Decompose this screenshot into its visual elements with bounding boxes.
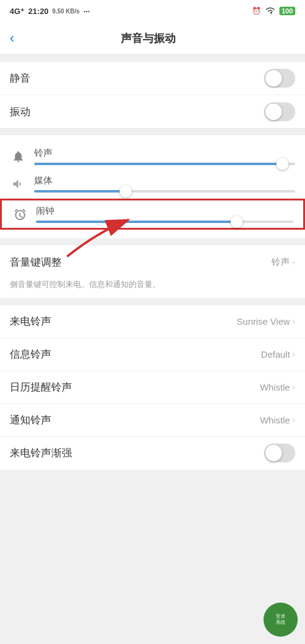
back-button[interactable]: ‹: [10, 32, 14, 45]
vibrate-toggle[interactable]: [264, 102, 295, 121]
volume-key-label: 音量键调整: [10, 255, 62, 269]
volume-section: 铃声 媒体: [0, 135, 305, 238]
calendar-chevron-icon: ›: [292, 382, 295, 392]
status-right: ⏰ 100: [252, 6, 295, 16]
calendar-ringtone-value: Whistle: [260, 382, 290, 392]
media-slider-fill: [34, 190, 126, 193]
section-gap-2: [0, 128, 305, 135]
more-dots: ···: [84, 7, 90, 16]
notification-ringtone-value-container: Whistle ›: [260, 415, 295, 425]
message-chevron-icon: ›: [292, 349, 295, 359]
watermark-text: 安卓系统: [276, 614, 285, 625]
ringtone-slider-content: 铃声: [34, 147, 295, 165]
media-slider-thumb[interactable]: [120, 185, 132, 197]
alarm-slider-track[interactable]: [36, 221, 293, 223]
page-header: ‹ 声音与振动: [0, 22, 305, 55]
notification-chevron-icon: ›: [292, 415, 295, 425]
volume-key-section: 音量键调整 铃声 › 侧音量键可控制来电、信息和通知的音量。: [0, 246, 305, 298]
media-slider-track[interactable]: [34, 190, 295, 193]
volume-key-chevron-icon: ›: [292, 257, 295, 267]
wifi-icon: [265, 6, 276, 16]
alarm-slider-fill: [36, 221, 237, 223]
ringtone-volume-row: 铃声: [0, 143, 305, 170]
ringtone-slider-fill: [34, 163, 282, 165]
message-ringtone-value: Default: [261, 349, 290, 359]
incoming-call-chevron-icon: ›: [292, 316, 295, 326]
message-ringtone-row[interactable]: 信息铃声 Default ›: [0, 338, 305, 371]
alarm-volume-highlighted: 闹钟: [0, 199, 305, 230]
mute-vibrate-section: 静音 振动: [0, 62, 305, 128]
incoming-call-ringtone-value: Sunrise View: [237, 316, 290, 327]
volume-key-description: 侧音量键可控制来电、信息和通知的音量。: [0, 278, 305, 298]
notification-ringtone-row[interactable]: 通知铃声 Whistle ›: [0, 404, 305, 437]
ringtone-settings-section: 来电铃声 Sunrise View › 信息铃声 Default › 日历提醒铃…: [0, 305, 305, 470]
incoming-call-ringtone-label: 来电铃声: [10, 314, 51, 328]
message-ringtone-value-container: Default ›: [261, 349, 295, 359]
ringtone-fadeup-row: 来电铃声渐强: [0, 437, 305, 470]
vibrate-row: 振动: [0, 95, 305, 128]
section-gap-4: [0, 298, 305, 305]
network-indicator: 4G⁺: [10, 7, 24, 16]
calendar-ringtone-row[interactable]: 日历提醒铃声 Whistle ›: [0, 371, 305, 404]
incoming-call-ringtone-value-container: Sunrise View ›: [237, 316, 295, 327]
alarm-slider-thumb[interactable]: [231, 216, 243, 228]
notification-ringtone-value: Whistle: [260, 415, 290, 425]
media-slider-content: 媒体: [34, 175, 295, 193]
status-bar: 4G⁺ 21:20 9.50 KB/s ··· ⏰ 100: [0, 0, 305, 22]
section-gap-3: [0, 238, 305, 246]
alarm-slider-label: 闹钟: [36, 205, 293, 217]
calendar-ringtone-label: 日历提醒铃声: [10, 380, 72, 394]
page-title: 声音与振动: [19, 31, 277, 46]
bell-icon: [10, 148, 27, 165]
ringtone-slider-track[interactable]: [34, 163, 295, 165]
time-display: 21:20: [28, 7, 48, 16]
mute-toggle[interactable]: [264, 69, 295, 88]
volume-key-value-text: 铃声: [271, 257, 290, 268]
incoming-call-ringtone-row[interactable]: 来电铃声 Sunrise View ›: [0, 305, 305, 338]
mute-row: 静音: [0, 62, 305, 95]
ringtone-slider-label: 铃声: [34, 147, 295, 159]
battery-indicator: 100: [279, 7, 295, 15]
status-left: 4G⁺ 21:20 9.50 KB/s ···: [10, 7, 90, 16]
section-gap-1: [0, 55, 305, 62]
media-slider-label: 媒体: [34, 175, 295, 186]
ringtone-fadeup-toggle[interactable]: [264, 444, 295, 462]
vibrate-label: 振动: [10, 105, 30, 119]
alarm-icon: [12, 206, 29, 223]
volume-key-row[interactable]: 音量键调整 铃声 ›: [0, 246, 305, 278]
speed-indicator: 9.50 KB/s: [52, 8, 80, 15]
media-volume-row: 媒体: [0, 170, 305, 197]
alarm-icon: ⏰: [252, 7, 261, 15]
ringtone-fadeup-label: 来电铃声渐强: [10, 446, 72, 460]
volume-key-value-container: 铃声 ›: [271, 257, 295, 268]
alarm-volume-row: 闹钟: [2, 200, 303, 228]
alarm-slider-content: 闹钟: [36, 205, 293, 223]
mute-label: 静音: [10, 71, 30, 85]
watermark-logo: 安卓系统: [264, 603, 298, 637]
ringtone-slider-thumb[interactable]: [276, 158, 289, 170]
speaker-icon: [10, 175, 27, 193]
notification-ringtone-label: 通知铃声: [10, 413, 51, 427]
calendar-ringtone-value-container: Whistle ›: [260, 382, 295, 392]
message-ringtone-label: 信息铃声: [10, 347, 51, 361]
